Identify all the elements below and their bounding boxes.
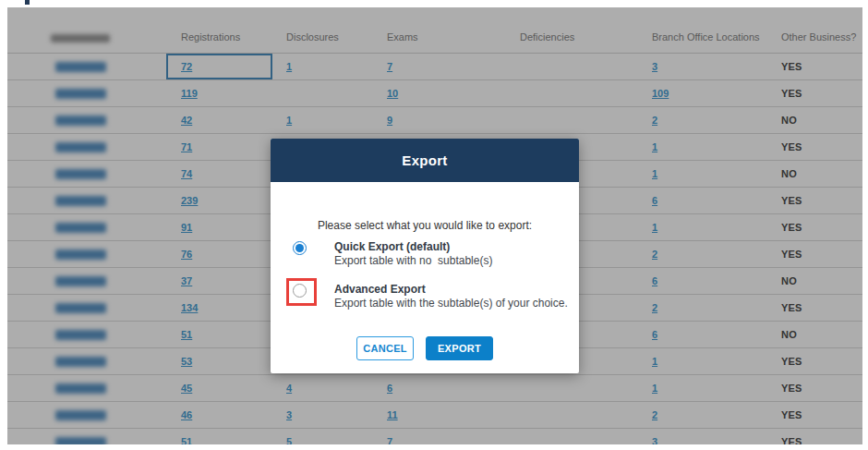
advanced-export-option[interactable]: Advanced Export Export table with the su… — [293, 283, 568, 310]
export-dialog-body: Please select what you would like to exp… — [271, 182, 579, 373]
quick-export-label: Quick Export (default) — [334, 240, 492, 254]
export-prompt: Please select what you would like to exp… — [271, 219, 579, 232]
export-button[interactable]: EXPORT — [426, 336, 493, 360]
advanced-export-label: Advanced Export — [334, 283, 568, 297]
dialog-title: Export — [402, 152, 447, 168]
clipped-page-text — [25, 0, 30, 5]
dialog-buttons: CANCEL EXPORT — [271, 336, 579, 360]
quick-export-option[interactable]: Quick Export (default) Export table with… — [293, 240, 492, 268]
advanced-export-text: Advanced Export Export table with the su… — [334, 283, 568, 310]
quick-export-description: Export table with no subtable(s) — [334, 254, 492, 268]
quick-export-text: Quick Export (default) Export table with… — [334, 240, 492, 268]
advanced-export-description: Export table with the subtable(s) of you… — [334, 297, 568, 310]
quick-export-radio[interactable] — [293, 241, 307, 255]
red-annotation-box — [286, 278, 317, 306]
export-dialog-header: Export — [271, 139, 579, 182]
cancel-button[interactable]: CANCEL — [356, 336, 414, 360]
export-modal-page: { "table": { "columns": ["", "Registrati… — [0, 0, 868, 450]
export-dialog: Export Please select what you would like… — [271, 139, 579, 373]
